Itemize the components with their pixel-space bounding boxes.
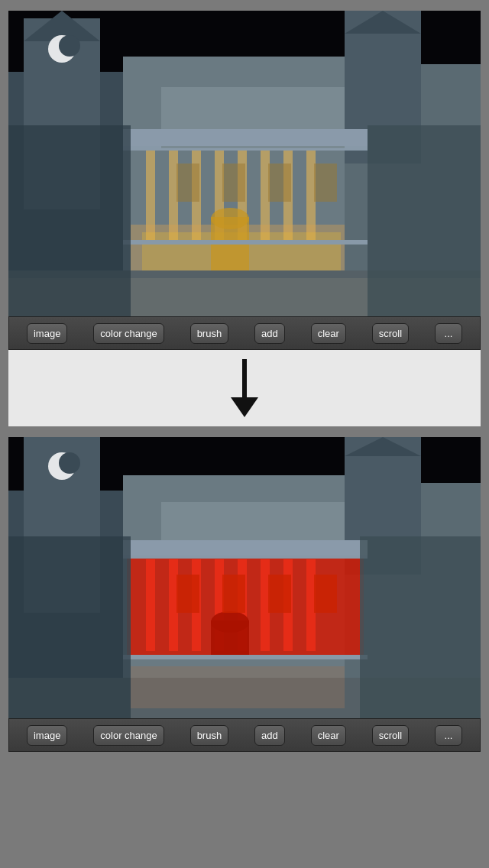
arrow-stem (242, 359, 247, 397)
bottom-image-section: image color change brush add clear scrol… (8, 437, 481, 752)
down-arrow (231, 359, 258, 417)
svg-point-56 (211, 611, 249, 633)
top-scroll-button[interactable]: scroll (372, 323, 409, 344)
svg-rect-64 (131, 666, 345, 708)
top-clear-button[interactable]: clear (311, 323, 346, 344)
bottom-add-button[interactable]: add (254, 725, 285, 746)
bottom-scroll-button[interactable]: scroll (372, 725, 409, 746)
top-image-button[interactable]: image (27, 323, 67, 344)
top-more-button[interactable]: ... (435, 323, 462, 344)
svg-point-22 (211, 208, 249, 229)
svg-rect-24 (123, 240, 368, 245)
top-color-change-button[interactable]: color change (93, 323, 164, 344)
bottom-brush-button[interactable]: brush (190, 725, 229, 746)
svg-rect-30 (123, 129, 368, 146)
svg-rect-58 (123, 655, 368, 659)
svg-point-44 (59, 452, 80, 474)
svg-rect-34 (368, 125, 481, 316)
main-container: image color change brush add clear scrol… (0, 0, 489, 868)
top-add-button[interactable]: add (254, 323, 285, 344)
svg-rect-65 (176, 575, 199, 613)
svg-rect-62 (8, 536, 131, 718)
bottom-image-button[interactable]: image (27, 725, 67, 746)
arrow-head (231, 397, 258, 417)
svg-rect-27 (222, 164, 245, 202)
svg-rect-63 (360, 536, 481, 718)
svg-rect-67 (268, 575, 291, 613)
bottom-more-button[interactable]: ... (435, 725, 462, 746)
svg-point-10 (59, 35, 80, 57)
bottom-color-change-button[interactable]: color change (93, 725, 164, 746)
bottom-clear-button[interactable]: clear (311, 725, 346, 746)
top-toolbar: image color change brush add clear scrol… (8, 316, 481, 350)
svg-rect-28 (268, 164, 291, 202)
svg-rect-29 (314, 164, 337, 202)
svg-rect-68 (314, 575, 337, 613)
arrow-section (8, 350, 481, 426)
svg-rect-66 (222, 575, 245, 613)
bottom-image-wrapper (8, 437, 481, 718)
bottom-toolbar: image color change brush add clear scrol… (8, 718, 481, 752)
bottom-cathedral-image (8, 437, 481, 718)
top-brush-button[interactable]: brush (190, 323, 229, 344)
svg-rect-26 (176, 164, 199, 202)
top-image-wrapper (8, 11, 481, 316)
svg-rect-33 (8, 125, 131, 316)
top-image-section: image color change brush add clear scrol… (8, 11, 481, 350)
top-cathedral-image (8, 11, 481, 316)
svg-rect-60 (123, 540, 368, 555)
